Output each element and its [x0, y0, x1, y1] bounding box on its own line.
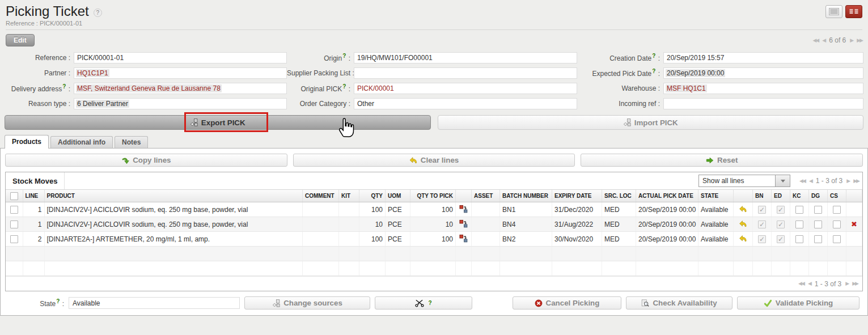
split-line-icon[interactable] — [459, 234, 468, 243]
undo-line-icon[interactable] — [739, 235, 747, 242]
field-help-icon[interactable]: ? — [342, 53, 346, 59]
next-record-icon[interactable]: ▶ — [850, 38, 853, 43]
prev-page-icon[interactable]: ◀ — [809, 179, 812, 184]
field-help-icon[interactable]: ? — [342, 83, 346, 90]
col-asset[interactable]: ASSET — [472, 190, 500, 202]
list-view-icon — [829, 8, 839, 15]
stock-moves-table: LINE PRODUCT COMMENT KIT QTY UOM QTY TO … — [6, 190, 862, 276]
cell-kit — [339, 232, 359, 247]
split-line-icon[interactable] — [459, 219, 468, 228]
col-product[interactable]: PRODUCT — [44, 190, 303, 202]
select-all-checkbox[interactable] — [10, 192, 18, 200]
col-state[interactable]: STATE — [698, 190, 734, 202]
next-page-icon[interactable]: ▶ — [845, 281, 848, 286]
prev-page-icon[interactable]: ◀ — [808, 281, 811, 286]
col-dg[interactable]: DG — [809, 190, 828, 202]
magnifier-icon — [641, 299, 649, 307]
list-view-button[interactable] — [825, 5, 842, 18]
field-help-icon[interactable]: ? — [652, 53, 655, 59]
chevron-down-icon[interactable] — [775, 175, 790, 186]
cs-checkbox — [833, 220, 841, 228]
undo-line-icon[interactable] — [739, 220, 747, 227]
delete-line-icon[interactable]: ✖ — [851, 220, 857, 228]
col-cs[interactable]: CS — [828, 190, 846, 202]
tab-notes[interactable]: Notes — [115, 136, 148, 148]
export-pick-button[interactable]: Export PICK — [5, 115, 431, 130]
last-page-icon[interactable]: ▶▶ — [853, 179, 859, 184]
prev-record-icon[interactable]: ◀ — [822, 38, 825, 43]
lines-pager-text: 1 - 3 of 3 — [816, 177, 842, 185]
copy-lines-button[interactable]: Copy lines — [5, 154, 287, 167]
show-lines-select[interactable]: Show all lines — [698, 175, 790, 187]
cell-delete — [846, 202, 862, 217]
edit-button[interactable]: Edit — [6, 34, 35, 46]
tab-additional-info[interactable]: Additional info — [50, 136, 113, 148]
delivery-address-field[interactable]: MSF, Switzerland Geneva Rue de Lausanne … — [74, 83, 287, 94]
last-page-icon[interactable]: ▶▶ — [852, 281, 858, 286]
col-src-loc[interactable]: SRC. LOC — [602, 190, 636, 202]
reason-type-field: 6 Deliver Partner — [74, 98, 287, 109]
kc-checkbox — [795, 220, 803, 228]
cell-qty-to-pick: 10 — [410, 217, 456, 232]
supplier-packing-list-field — [354, 67, 577, 79]
col-kit[interactable]: KIT — [339, 190, 359, 202]
lines-pager-top: ◀◀ ◀ 1 - 3 of 3 ▶ ▶▶ — [799, 177, 859, 185]
col-kc[interactable]: KC — [790, 190, 809, 202]
original-pick-field[interactable]: PICK/00001 — [354, 83, 577, 94]
cell-src-loc: MED — [602, 217, 636, 232]
validate-picking-button[interactable]: Validate Picking — [737, 296, 859, 309]
col-split — [456, 190, 472, 202]
col-uom[interactable]: UOM — [386, 190, 410, 202]
col-delete — [846, 190, 862, 202]
field-help-icon[interactable]: ? — [62, 83, 66, 90]
cell-qty: 100 — [359, 232, 386, 247]
first-page-icon[interactable]: ◀◀ — [799, 179, 805, 184]
import-pick-button[interactable]: Import PICK — [438, 115, 864, 130]
button-help-icon[interactable]: ? — [428, 300, 431, 306]
state-field: Available — [69, 297, 240, 309]
col-line[interactable]: LINE — [23, 190, 44, 202]
col-bn[interactable]: BN — [753, 190, 772, 202]
last-record-icon[interactable]: ▶▶ — [857, 38, 862, 43]
tab-products[interactable]: Products — [5, 135, 49, 149]
cell-actual-pick-date: 20/Sep/2019 00:00 — [636, 217, 698, 232]
warehouse-field[interactable]: MSF HQ1C1 — [663, 83, 863, 94]
col-actual-pick-date[interactable]: ACTUAL PICK DATE — [636, 190, 698, 202]
cell-comment — [303, 232, 339, 247]
clear-lines-button[interactable]: Clear lines — [293, 154, 575, 167]
ed-checkbox — [777, 220, 785, 228]
first-page-icon[interactable]: ◀◀ — [798, 281, 804, 286]
col-comment[interactable]: COMMENT — [303, 190, 339, 202]
col-qty[interactable]: QTY — [359, 190, 386, 202]
transfer-actions: Export PICK Import PICK — [5, 115, 863, 130]
reset-button[interactable]: Reset — [581, 154, 863, 167]
row-checkbox[interactable] — [10, 220, 18, 228]
reset-icon — [706, 156, 714, 164]
field-help-icon[interactable]: ? — [56, 298, 60, 304]
col-batch-number[interactable]: BATCH NUMBER — [500, 190, 552, 202]
reference-label: Reference : — [0, 54, 74, 62]
split-button[interactable]: ? — [375, 296, 472, 309]
state-label: State? : — [5, 298, 64, 308]
change-sources-button[interactable]: Change sources — [244, 296, 370, 309]
field-help-icon[interactable]: ? — [652, 68, 655, 74]
cell-qty: 100 — [359, 202, 386, 217]
export-icon — [190, 118, 198, 126]
row-checkbox[interactable] — [10, 235, 18, 243]
next-page-icon[interactable]: ▶ — [846, 179, 849, 184]
row-checkbox[interactable] — [10, 206, 18, 214]
col-qty-to-pick[interactable]: QTY TO PICK — [410, 190, 456, 202]
cancel-picking-button[interactable]: Cancel Picking — [513, 296, 621, 309]
check-availability-button[interactable]: Check Availability — [626, 296, 732, 309]
empty-row — [6, 247, 862, 261]
split-line-icon[interactable] — [459, 205, 468, 213]
form-fields: Reference : PICK/00001-01 Partner : HQ1C… — [0, 49, 868, 113]
form-view-button[interactable] — [845, 5, 862, 18]
first-record-icon[interactable]: ◀◀ — [812, 38, 818, 43]
undo-line-icon[interactable] — [739, 205, 747, 213]
dg-checkbox — [814, 206, 822, 214]
col-ed[interactable]: ED — [772, 190, 790, 202]
col-expiry-date[interactable]: EXPIRY DATE — [552, 190, 602, 202]
title-help-icon[interactable]: ? — [94, 9, 102, 17]
partner-field[interactable]: HQ1C1P1 — [74, 67, 287, 79]
